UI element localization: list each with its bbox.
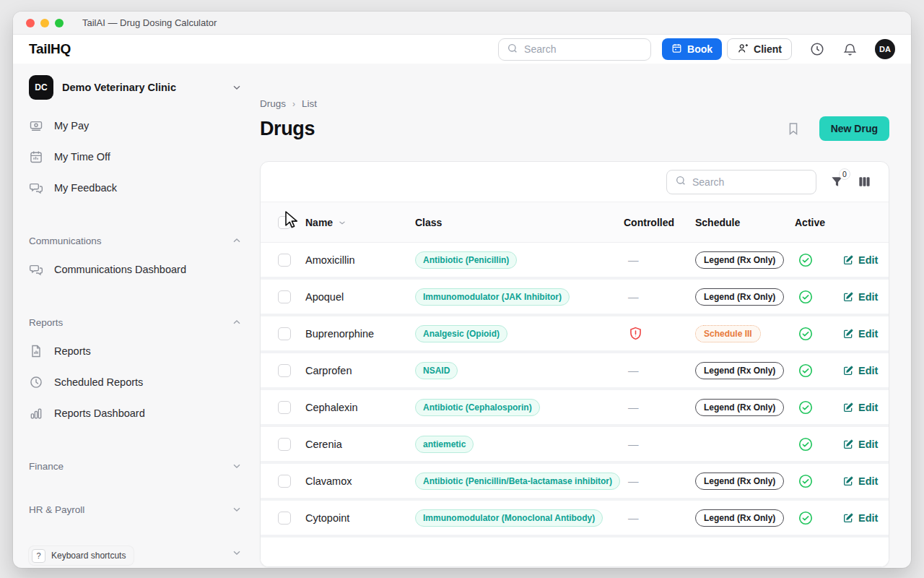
drug-name: Buprenorphine — [305, 328, 415, 340]
close-window-button[interactable] — [26, 19, 35, 27]
table-search-input[interactable]: Search — [666, 170, 816, 194]
table-header-row: Name Class Controlled Schedule Active — [261, 202, 889, 243]
active-check-icon — [798, 510, 814, 526]
clinic-switcher[interactable]: DC Demo Veterinary Clinic — [29, 75, 243, 100]
active-check-icon — [798, 400, 814, 415]
drug-name: Cerenia — [305, 439, 415, 450]
drug-name: Carprofen — [305, 365, 415, 376]
edit-button[interactable]: Edit — [842, 365, 878, 376]
sidebar-section-reports[interactable]: Reports — [29, 316, 243, 328]
breadcrumb-drugs[interactable]: Drugs — [260, 98, 286, 109]
history-clock-icon[interactable] — [809, 41, 825, 57]
sidebar-section-hr-payroll[interactable]: HR & Payroll — [29, 504, 243, 515]
breadcrumb-list[interactable]: List — [302, 98, 317, 109]
chevron-up-icon — [231, 235, 243, 246]
row-checkbox[interactable] — [278, 327, 291, 340]
row-checkbox[interactable] — [278, 364, 291, 377]
drug-class-badge: Immunomodulator (Monoclonal Antibody) — [415, 509, 603, 527]
sidebar-item-my-feedback[interactable]: My Feedback — [29, 172, 243, 203]
row-checkbox[interactable] — [278, 438, 291, 451]
drug-class-badge: Analgesic (Opioid) — [415, 325, 507, 342]
schedule-badge: Legend (Rx Only) — [695, 362, 784, 379]
drug-class-badge: Antibiotic (Penicillin/Beta-lactamase in… — [415, 473, 620, 490]
select-all-checkbox[interactable] — [278, 216, 291, 229]
new-drug-button[interactable]: New Drug — [819, 116, 889, 141]
table-row: CarprofenNSAID—Legend (Rx Only)Edit — [261, 353, 889, 390]
app-window: TailAI — Drug Dosing Calculator TailHQ S… — [13, 12, 911, 568]
client-button[interactable]: Client — [727, 38, 792, 60]
edit-button[interactable]: Edit — [842, 328, 878, 340]
active-check-icon — [798, 363, 814, 379]
edit-pencil-icon — [842, 328, 854, 340]
sidebar-item-my-time-off[interactable]: My Time Off — [29, 141, 243, 172]
sidebar-item-scheduled-reports[interactable]: Scheduled Reports — [29, 366, 243, 397]
column-header-active[interactable]: Active — [795, 217, 842, 228]
edit-pencil-icon — [842, 402, 854, 413]
drugs-table-card: Search 0 Name — [260, 161, 889, 567]
zoom-window-button[interactable] — [55, 19, 64, 27]
columns-button[interactable] — [858, 175, 871, 189]
edit-pencil-icon — [842, 512, 854, 524]
row-checkbox[interactable] — [278, 512, 291, 525]
filter-button[interactable]: 0 — [830, 175, 844, 189]
minimize-window-button[interactable] — [40, 19, 49, 27]
edit-button[interactable]: Edit — [842, 512, 878, 524]
keyboard-shortcuts-hint[interactable]: ? Keyboard shortcuts — [29, 546, 134, 565]
clock-icon — [29, 375, 43, 389]
row-checkbox[interactable] — [278, 290, 291, 303]
column-header-class[interactable]: Class — [415, 217, 624, 228]
drug-name: Cytopoint — [305, 512, 415, 524]
drug-class-badge: NSAID — [415, 362, 458, 379]
edit-pencil-icon — [842, 439, 854, 450]
chevron-up-icon — [231, 316, 243, 328]
chevron-down-icon — [231, 460, 243, 472]
edit-button[interactable]: Edit — [842, 291, 878, 303]
column-header-controlled[interactable]: Controlled — [624, 217, 695, 228]
schedule-badge: Legend (Rx Only) — [695, 251, 784, 269]
person-plus-icon — [737, 43, 749, 56]
breadcrumb: Drugs › List — [260, 98, 889, 109]
edit-button[interactable]: Edit — [842, 254, 878, 266]
sidebar-section-finance[interactable]: Finance — [29, 460, 243, 472]
book-button[interactable]: Book — [662, 38, 722, 60]
table-row: ClavamoxAntibiotic (Penicillin/Beta-lact… — [261, 464, 889, 501]
column-header-name[interactable]: Name — [305, 217, 415, 228]
table-row: AmoxicillinAntibiotic (Penicillin)—Legen… — [261, 243, 889, 280]
bookmark-icon[interactable] — [786, 121, 801, 136]
sidebar-item-my-pay[interactable]: My Pay — [29, 110, 243, 141]
schedule-badge: Legend (Rx Only) — [695, 288, 784, 306]
schedule-badge: Legend (Rx Only) — [695, 399, 784, 416]
calendar-icon — [671, 43, 682, 56]
active-check-icon — [798, 326, 814, 342]
sidebar-section-communications[interactable]: Communications — [29, 235, 243, 246]
sidebar-item-reports-dashboard[interactable]: Reports Dashboard — [29, 397, 243, 428]
controlled-empty: — — [628, 439, 639, 450]
main-content: Drugs › List Drugs New Drug — [260, 64, 911, 568]
user-avatar[interactable]: DA — [875, 39, 895, 59]
row-checkbox[interactable] — [278, 475, 291, 488]
active-check-icon — [798, 289, 814, 305]
schedule-badge: Schedule III — [695, 325, 761, 342]
table-search-placeholder: Search — [692, 176, 724, 188]
row-checkbox[interactable] — [278, 254, 291, 267]
edit-pencil-icon — [842, 365, 854, 376]
filter-count-badge: 0 — [839, 168, 850, 180]
drug-name: Amoxicillin — [305, 254, 415, 266]
drug-name: Apoquel — [305, 291, 415, 303]
edit-button[interactable]: Edit — [842, 439, 878, 450]
global-search-input[interactable]: Search — [498, 38, 651, 61]
edit-button[interactable]: Edit — [842, 475, 878, 487]
sidebar-item-communications-dashboard[interactable]: Communications Dashboard — [29, 254, 243, 285]
macos-titlebar: TailAI — Drug Dosing Calculator — [13, 12, 911, 35]
row-checkbox[interactable] — [278, 401, 291, 414]
drug-class-badge: Immunomodulator (JAK Inhibitor) — [415, 288, 570, 306]
notifications-bell-icon[interactable] — [842, 42, 858, 57]
sidebar-item-reports[interactable]: Reports — [29, 335, 243, 366]
doc-chart-icon — [29, 344, 43, 358]
controlled-empty: — — [628, 512, 639, 524]
edit-button[interactable]: Edit — [842, 402, 878, 413]
column-header-schedule[interactable]: Schedule — [695, 217, 795, 228]
controlled-empty: — — [628, 402, 639, 413]
app-logo[interactable]: TailHQ — [29, 41, 71, 57]
columns-icon — [858, 175, 871, 189]
